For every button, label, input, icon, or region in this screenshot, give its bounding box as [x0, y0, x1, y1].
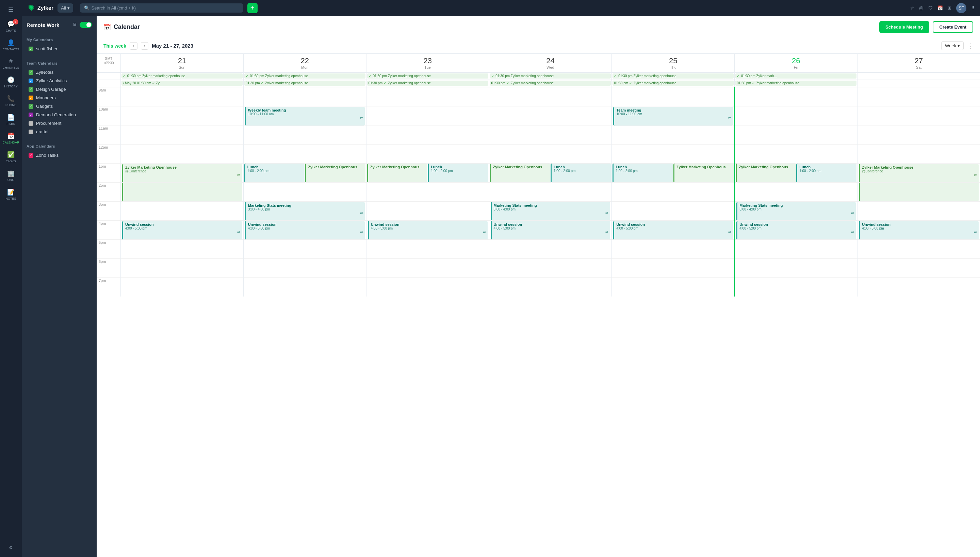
sun-10am[interactable]: [121, 106, 243, 125]
calendar-nav-icon[interactable]: 📅: [938, 5, 943, 11]
sidebar-item-history[interactable]: 🕐 HISTORY: [0, 73, 22, 91]
fri-2pm[interactable]: [735, 182, 857, 201]
event-mon-unwind[interactable]: Unwind session 4:00 - 5:00 pm ⇄: [245, 221, 365, 240]
sun-2pm[interactable]: [121, 182, 243, 201]
sun-5pm[interactable]: [121, 239, 243, 259]
mon-4pm[interactable]: Unwind session 4:00 - 5:00 pm ⇄: [243, 220, 366, 239]
wed-10am[interactable]: [489, 106, 612, 125]
settings-button[interactable]: ⚙: [9, 541, 13, 554]
strip2-event-wed[interactable]: 01:30 pm ✓ Zylker marketing openhouse: [490, 81, 611, 86]
sidebar-item-channels[interactable]: # CHANNELS: [0, 54, 22, 73]
fri-7pm[interactable]: [735, 277, 857, 296]
team-cal-arattai[interactable]: arattai: [26, 127, 92, 136]
hamburger-menu[interactable]: ☰: [0, 3, 22, 17]
event-thu-team-meeting[interactable]: Team meeting 10:00 - 11:00 am ⇄: [613, 107, 733, 126]
mon-12pm[interactable]: [243, 144, 366, 163]
thu-9am[interactable]: [612, 87, 734, 106]
event-fri-zylker-open[interactable]: Zylker Marketing Openhous: [736, 164, 796, 182]
event-tue-zylker-open[interactable]: Zylker Marketing Openhous: [367, 164, 427, 182]
mon-7pm[interactable]: [243, 277, 366, 296]
mon-1pm[interactable]: Lunch 1:00 - 2:00 pm Zylker Marketing Op…: [243, 163, 366, 182]
strip-event-thu1[interactable]: ✓ 01:30 pm Zylker marketing openhouse: [612, 73, 733, 78]
my-calendar-scott[interactable]: scott.fisher: [26, 44, 92, 53]
at-icon[interactable]: @: [919, 5, 923, 11]
sidebar-item-calendar[interactable]: 📅 CALENDAR: [0, 129, 22, 148]
toggle-icon[interactable]: [80, 22, 92, 28]
event-sat-unwind[interactable]: Unwind session 4:00 - 5:00 pm ⇄: [859, 221, 978, 240]
event-mon-zylker-open[interactable]: Zylker Marketing Openhous: [305, 164, 365, 182]
event-wed-lunch[interactable]: Lunch 1:00 - 2:00 pm: [550, 164, 611, 182]
mon-6pm[interactable]: [243, 259, 366, 277]
wed-11am[interactable]: [489, 125, 612, 144]
sidebar-item-contacts[interactable]: 👤 CONTACTS: [0, 36, 22, 54]
sun-4pm[interactable]: Unwind session 4:00 - 5:00 pm ⇄: [121, 220, 243, 239]
wed-7pm[interactable]: [489, 277, 612, 296]
strip2-event-fri[interactable]: 01:30 pm ✓ Zylker marketing openhouse: [735, 81, 856, 86]
fri-9am[interactable]: [735, 87, 857, 106]
sun-7pm[interactable]: [121, 277, 243, 296]
event-mon-marketing-stats[interactable]: Marketing Stats meeting 3:00 - 4:00 pm ⇄: [245, 202, 365, 221]
avatar[interactable]: SF: [956, 3, 966, 13]
mon-11am[interactable]: [243, 125, 366, 144]
event-wed-zylker-open[interactable]: Zylker Marketing Openhous: [490, 164, 550, 182]
strip-event-mon1[interactable]: ✓ 01:30 pm Zylker marketing openhouse: [244, 73, 366, 78]
create-event-button[interactable]: Create Event: [933, 21, 973, 33]
next-week-button[interactable]: ›: [141, 42, 149, 50]
sat-4pm[interactable]: Unwind session 4:00 - 5:00 pm ⇄: [858, 220, 980, 239]
mon-9am[interactable]: [243, 87, 366, 106]
event-tue-lunch[interactable]: Lunch 1:00 - 2:00 pm: [428, 164, 488, 182]
mon-2pm[interactable]: [243, 182, 366, 201]
sun-3pm[interactable]: [121, 201, 243, 220]
event-tue-unwind[interactable]: Unwind session 4:00 - 5:00 pm ⇄: [368, 221, 488, 240]
apps-icon[interactable]: ⠿: [971, 5, 975, 11]
fri-11am[interactable]: [735, 125, 857, 144]
app-cal-zoho-tasks[interactable]: Zoho Tasks: [26, 151, 92, 160]
event-sun-unwind[interactable]: Unwind session 4:00 - 5:00 pm ⇄: [122, 221, 242, 240]
event-thu-zylker-open[interactable]: Zylker Marketing Openhous: [673, 164, 733, 182]
thu-5pm[interactable]: [612, 239, 734, 259]
event-fri-lunch[interactable]: Lunch 1:00 - 2:00 pm: [796, 164, 856, 182]
sat-3pm[interactable]: [858, 201, 980, 220]
tue-9am[interactable]: [366, 87, 489, 106]
tue-7pm[interactable]: [366, 277, 489, 296]
thu-1pm[interactable]: Lunch 1:00 - 2:00 pm Zylker Marketing Op…: [612, 163, 734, 182]
fri-10am[interactable]: [735, 106, 857, 125]
strip-event-wed1[interactable]: ✓ 01:30 pm Zylker marketing openhouse: [490, 73, 611, 78]
wed-4pm[interactable]: Unwind session 4:00 - 5:00 pm ⇄: [489, 220, 612, 239]
wed-1pm[interactable]: Zylker Marketing Openhous Lunch 1:00 - 2…: [489, 163, 612, 182]
sat-7pm[interactable]: [858, 277, 980, 296]
event-thu-lunch[interactable]: Lunch 1:00 - 2:00 pm: [612, 164, 673, 182]
grid-icon[interactable]: ⊞: [948, 5, 951, 11]
sat-2pm[interactable]: [858, 182, 980, 201]
tue-2pm[interactable]: [366, 182, 489, 201]
tue-11am[interactable]: [366, 125, 489, 144]
thu-4pm[interactable]: Unwind session 4:00 - 5:00 pm ⇄: [612, 220, 734, 239]
tue-6pm[interactable]: [366, 259, 489, 277]
fri-3pm[interactable]: Marketing Stats meeting 3:00 - 4:00 pm ⇄: [735, 201, 857, 220]
fri-4pm[interactable]: Unwind session 4:00 - 5:00 pm ⇄: [735, 220, 857, 239]
sun-12pm[interactable]: [121, 144, 243, 163]
add-button[interactable]: +: [247, 3, 258, 13]
event-mon-weekly[interactable]: Weekly team meeting 10:00 - 11:00 am ⇄: [245, 107, 365, 126]
event-wed-unwind[interactable]: Unwind session 4:00 - 5:00 pm ⇄: [491, 221, 611, 240]
fri-6pm[interactable]: [735, 259, 857, 277]
star-icon[interactable]: ☆: [910, 5, 914, 11]
sat-12pm[interactable]: [858, 144, 980, 163]
tue-1pm[interactable]: Zylker Marketing Openhous Lunch 1:00 - 2…: [366, 163, 489, 182]
mon-10am[interactable]: Weekly team meeting 10:00 - 11:00 am ⇄: [243, 106, 366, 125]
event-wed-marketing-stats[interactable]: Marketing Stats meeting 3:00 - 4:00 pm ⇄: [491, 202, 611, 221]
strip2-event-mon[interactable]: 01:30 pm ✓ Zylker marketing openhouse: [244, 81, 366, 86]
team-cal-demand[interactable]: Demand Generation: [26, 111, 92, 119]
more-options-button[interactable]: ⋮: [967, 42, 973, 50]
strip-event-sun1[interactable]: ✓ 01:30 pm Zylker marketing openhouse: [121, 73, 243, 78]
sun-9am[interactable]: [121, 87, 243, 106]
sidebar-item-files[interactable]: 📄 FILES: [0, 110, 22, 129]
sun-1pm[interactable]: Zylker Marketing Openhouse @Conference ⇄: [121, 163, 243, 182]
fri-5pm[interactable]: [735, 239, 857, 259]
event-fri-unwind[interactable]: Unwind session 4:00 - 5:00 pm ⇄: [737, 221, 856, 240]
event-thu-unwind[interactable]: Unwind session 4:00 - 5:00 pm ⇄: [613, 221, 733, 240]
strip-event-tue1[interactable]: ✓ 01:30 pm Zylker marketing openhouse: [367, 73, 488, 78]
sat-1pm[interactable]: Zylker Marketing Openhouse @Conference ⇄: [858, 163, 980, 182]
wed-2pm[interactable]: [489, 182, 612, 201]
team-cal-analytics[interactable]: Zylker Analytics: [26, 77, 92, 85]
